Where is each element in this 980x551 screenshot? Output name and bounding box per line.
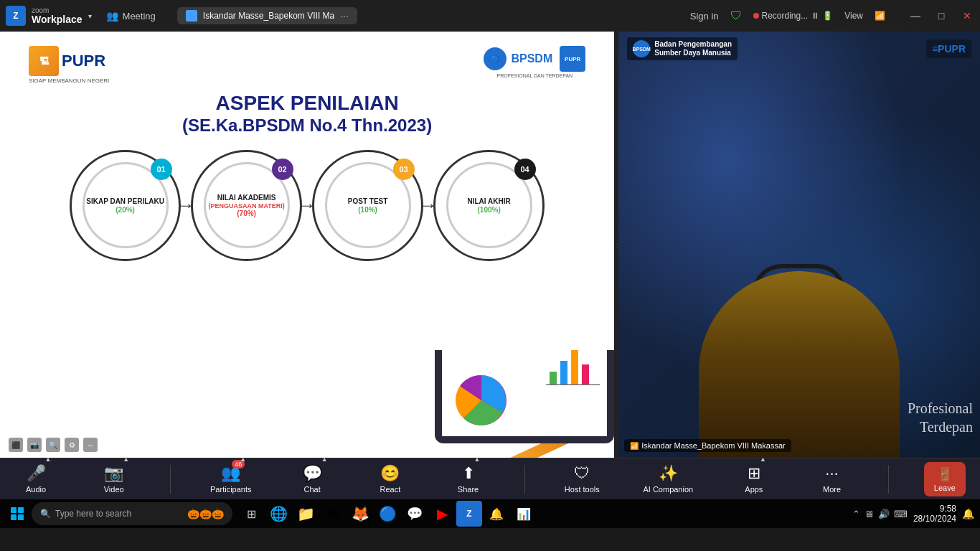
slide-ctrl-4[interactable]: ⚙ [65,438,79,452]
step3-item: 03 POST TEST (10%) [312,150,423,261]
chat-button[interactable]: 💬 ▲ Chat [291,461,334,496]
share-label: Share [458,485,479,494]
svg-rect-3 [571,350,578,385]
slide-header: 🏗 PUPR SIGAP MEMBANGUN NEGERI 🔵 BPSDM PU… [29,46,585,84]
audio-label: Audio [26,485,46,494]
apps-button[interactable]: ⊞ ▲ Apps [732,461,776,496]
notification-icon[interactable]: 🔔 [962,508,974,519]
active-tab[interactable]: Iskandar Masse_Bapekom VIII Ma ··· [177,7,357,24]
chat-expand[interactable]: ▲ [321,456,328,463]
step1-circle-outer: 01 SIKAP DAN PERILAKU (20%) [70,150,181,261]
script-decorative-text: Profesional Terdepan [908,399,973,436]
recording-label: Recording... [762,11,809,21]
clock[interactable]: 9:58 28/10/2024 [913,504,956,524]
host-tools-label: Host tools [565,485,600,494]
leave-button[interactable]: 🚪 Leave [924,462,966,496]
taskbar-app-firefox[interactable]: 🦊 [347,501,373,527]
participants-button[interactable]: 👥 46 ▲ Participants [206,461,255,496]
taskbar-app-media[interactable]: ▶ [429,501,455,527]
dropdown-chevron[interactable]: ▾ [88,12,92,20]
taskbar-app-explorer[interactable]: 📁 [293,501,319,527]
keyboard-icon[interactable]: ⌨ [894,509,908,519]
org-name: Badan Pengembangan Sumber Daya Manusia [654,40,732,57]
participant-name: Iskandar Masse_Bapekom VIII Makassar [641,441,786,450]
pupr-icon: 🏗 [29,46,59,76]
taskbar-app-excel[interactable]: 📊 [511,501,537,527]
step2-item: 02 NILAI AKADEMIS (PENGUASAAN MATERI) (7… [191,150,302,261]
video-panel: BPSDM Badan Pengembangan Sumber Daya Man… [618,32,980,458]
taskbar-app-zoom[interactable]: Z [456,501,482,527]
maximize-button[interactable]: □ [934,10,948,22]
taskbar-app-mail[interactable]: ✉ [320,501,346,527]
search-placeholder: Type here to search [55,509,131,519]
tab-more-button[interactable]: ··· [340,10,349,22]
slide-ctrl-5[interactable]: ↔ [83,438,98,452]
ai-companion-button[interactable]: ✨ AI Companion [639,461,697,496]
step1-circle-inner: 01 SIKAP DAN PERILAKU (20%) [83,162,169,248]
grid-cell-3 [11,514,17,520]
bpsdm-logo: 🔵 BPSDM PUPR PROFESIONAL DAN TERDEPAN [484,46,585,78]
sign-in-button[interactable]: Sign in [690,11,719,22]
more-label: More [823,485,841,494]
more-button[interactable]: ··· More [811,461,854,496]
taskbar-app-chrome[interactable]: 🔵 [374,501,400,527]
bar-chart [546,350,603,386]
separator2 [524,465,525,494]
svg-rect-1 [550,372,557,385]
grid-cell-4 [18,514,24,520]
workplace-text: Workplace [32,14,83,24]
video-tile: BPSDM Badan Pengembangan Sumber Daya Man… [618,32,980,458]
video-expand-chevron[interactable]: ▲ [123,456,129,463]
slide-title-section: ASPEK PENILAIAN (SE.Ka.BPSDM No.4 Thn.20… [29,91,585,136]
participants-expand[interactable]: ▲ [240,456,246,463]
slide-ctrl-2[interactable]: 📷 [27,438,42,452]
taskbar-app-edge[interactable]: 🌐 [265,501,291,527]
presentation-slide: 🏗 PUPR SIGAP MEMBANGUN NEGERI 🔵 BPSDM PU… [0,32,614,458]
search-icon: 🔍 [40,509,51,519]
network-icon[interactable]: 🖥 [864,509,874,519]
grid-cell-2 [18,507,24,513]
main-area: 🏗 PUPR SIGAP MEMBANGUN NEGERI 🔵 BPSDM PU… [0,32,980,458]
pupr-right-logo: PUPR [560,46,585,72]
start-button[interactable] [6,502,29,525]
minimize-button[interactable]: — [908,10,923,22]
pause-icon: ⏸ [811,11,819,21]
video-button[interactable]: 📷 ▲ Video [93,461,136,496]
taskbar-app-taskview[interactable]: ⊞ [238,501,264,527]
flow-diagram: 01 SIKAP DAN PERILAKU (20%) → 02 NILAI A… [29,150,585,261]
apps-expand[interactable]: ▲ [760,456,766,463]
slide-content: 🏗 PUPR SIGAP MEMBANGUN NEGERI 🔵 BPSDM PU… [0,32,614,458]
audio-button[interactable]: 🎤 ▲ Audio [14,461,57,496]
step1-pct: (20%) [116,206,135,214]
step2-badge: 02 [272,159,293,180]
close-button[interactable]: ✕ [960,10,974,22]
chevron-up-icon[interactable]: ⌃ [852,509,860,519]
step2-circle-inner: 02 NILAI AKADEMIS (PENGUASAAN MATERI) (7… [204,162,290,248]
react-icon: 😊 [380,464,400,483]
taskbar-app-notif[interactable]: 🔔 [484,501,509,527]
slide-ctrl-3[interactable]: 🔍 [46,438,60,452]
slide-ctrl-1[interactable]: ⬛ [9,438,23,452]
taskbar-search[interactable]: 🔍 Type here to search 🎃🎃🎃 [32,502,232,525]
window-controls: — □ ✕ [908,10,974,22]
recording-dot [753,13,759,19]
audio-expand-chevron[interactable]: ▲ [45,456,52,463]
svg-rect-2 [560,361,567,385]
slide-illustration [327,350,614,458]
view-button[interactable]: View [844,11,863,21]
host-tools-button[interactable]: 🛡 Host tools [560,461,604,496]
apps-label: Apps [745,485,763,494]
taskbar-app-whatsapp[interactable]: 💬 [402,501,428,527]
bpsdm-icon: 🔵 [484,47,507,70]
share-button[interactable]: ⬆ ▲ Share [447,461,490,496]
separator3 [888,465,889,494]
ai-companion-label: AI Companion [643,485,693,494]
titlebar-right: Sign in 🛡 Recording... ⏸ 🔋 View 📶 — □ ✕ [690,9,974,22]
tablet-body [435,350,614,443]
leave-label: Leave [934,484,956,492]
react-button[interactable]: 😊 React [369,461,412,496]
zoom-toolbar: 🎤 ▲ Audio 📷 ▲ Video 👥 46 ▲ Participants … [0,458,980,499]
share-expand[interactable]: ▲ [474,456,481,463]
speaker-icon[interactable]: 🔊 [878,509,890,519]
pupr-logo: 🏗 PUPR SIGAP MEMBANGUN NEGERI [29,46,109,84]
